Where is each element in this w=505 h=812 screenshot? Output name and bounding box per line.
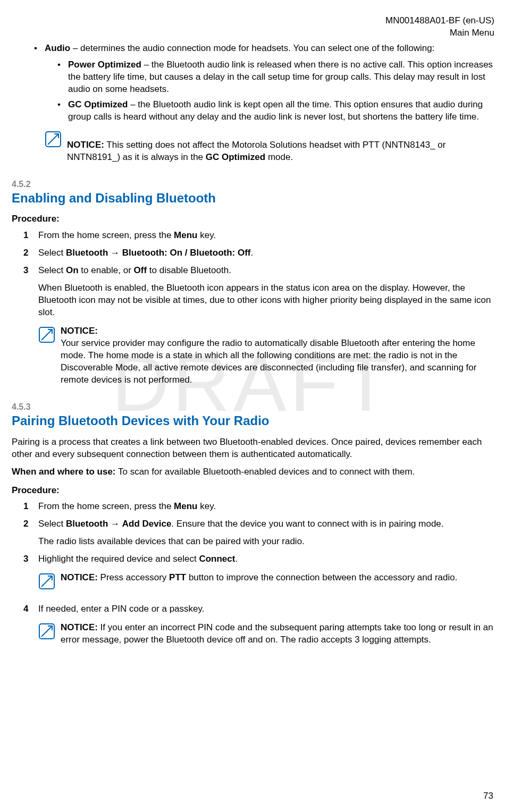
notice-label: NOTICE:: [61, 622, 98, 632]
step-bold: Bluetooth: [66, 248, 108, 258]
step-item: 3 Highlight the required device and sele…: [23, 553, 493, 598]
step-bold: On: [66, 265, 79, 275]
list-item: • GC Optimized – the Bluetooth audio lin…: [57, 99, 493, 123]
step-text: Select: [38, 265, 66, 275]
list-item: • Audio – determines the audio connectio…: [34, 43, 493, 168]
bullet-icon: •: [57, 59, 68, 96]
notice-icon: [45, 130, 67, 164]
bullet-icon: •: [57, 99, 68, 123]
notice-text: button to improve the connection between…: [186, 572, 457, 582]
notice-bold: PTT: [169, 572, 186, 582]
step-text: key.: [198, 230, 216, 240]
step-text: Highlight the required device and select: [38, 554, 199, 564]
notice-icon: [38, 325, 61, 386]
step-text: to disable Bluetooth.: [147, 265, 231, 275]
step-text: →: [108, 519, 122, 529]
step-bold: Connect: [199, 554, 235, 564]
step-subtext: The radio lists available devices that c…: [38, 536, 493, 548]
step-item: 1 From the home screen, press the Menu k…: [23, 501, 493, 513]
step-bold: Menu: [174, 230, 197, 240]
step-text: →: [108, 248, 122, 258]
step-number: 4: [23, 603, 38, 650]
step-text: From the home screen, press the: [38, 501, 174, 511]
procedure-label: Procedure:: [12, 485, 493, 497]
step-number: 1: [23, 230, 38, 242]
step-bold: Bluetooth: [66, 519, 108, 529]
step-item: 3 Select On to enable, or Off to disable…: [23, 265, 493, 390]
step-number: 2: [23, 247, 38, 259]
section-title-453: Pairing Bluetooth Devices with Your Radi…: [12, 412, 493, 429]
notice-block: NOTICE: Press accessory PTT button to im…: [38, 572, 493, 594]
notice-icon: [38, 622, 61, 646]
step-bold: Bluetooth: On / Bluetooth: Off: [122, 248, 251, 258]
page-number: 73: [483, 790, 493, 802]
gc-optimized-text: – the Bluetooth audio link is kept open …: [68, 99, 483, 122]
notice-text: If you enter an incorrect PIN code and t…: [61, 622, 493, 645]
audio-label: Audio: [45, 43, 70, 53]
step-item: 2 Select Bluetooth → Bluetooth: On / Blu…: [23, 247, 493, 259]
step-number: 3: [23, 553, 38, 598]
step-bold: Menu: [174, 501, 197, 511]
step-number: 1: [23, 501, 38, 513]
notice-text-bold: GC Optimized: [206, 152, 265, 162]
notice-text: Press accessory: [98, 572, 169, 582]
step-item: 2 Select Bluetooth → Add Device. Ensure …: [23, 518, 493, 548]
list-item: • Power Optimized – the Bluetooth audio …: [57, 59, 493, 96]
step-number: 2: [23, 518, 38, 548]
step-bold: Add Device: [122, 519, 172, 529]
step-bold: Off: [134, 265, 147, 275]
procedure-label: Procedure:: [12, 213, 493, 225]
audio-text: – determines the audio connection mode f…: [70, 43, 434, 53]
notice-block: NOTICE: If you enter an incorrect PIN co…: [38, 622, 493, 646]
notice-text: Your service provider may configure the …: [61, 337, 493, 386]
when-text: To scan for available Bluetooth-enabled …: [116, 467, 415, 477]
step-number: 3: [23, 265, 38, 390]
step-text: Select: [38, 519, 66, 529]
notice-label: NOTICE:: [61, 572, 98, 582]
notice-icon: [38, 572, 61, 594]
notice-block: NOTICE: Your service provider may config…: [38, 325, 493, 386]
step-text: key.: [198, 501, 216, 511]
step-item: 4 If needed, enter a PIN code or a passk…: [23, 603, 493, 650]
when-label: When and where to use:: [12, 467, 116, 477]
step-text: .: [250, 248, 253, 258]
step-text: Select: [38, 248, 66, 258]
step-item: 1 From the home screen, press the Menu k…: [23, 230, 493, 242]
notice-label: NOTICE:: [67, 140, 104, 150]
section-title-452: Enabling and Disabling Bluetooth: [12, 190, 493, 207]
notice-block: NOTICE: This setting does not affect the…: [45, 130, 493, 164]
section-intro: Pairing is a process that creates a link…: [12, 436, 493, 461]
notice-text-post: mode.: [265, 152, 293, 162]
step-text: .: [235, 554, 238, 564]
step-subtext: When Bluetooth is enabled, the Bluetooth…: [38, 282, 493, 319]
gc-optimized-label: GC Optimized: [68, 99, 128, 109]
step-text: to enable, or: [79, 265, 134, 275]
step-text: . Ensure that the device you want to con…: [171, 519, 443, 529]
step-text: From the home screen, press the: [38, 230, 174, 240]
step-text: If needed, enter a PIN code or a passkey…: [38, 603, 493, 615]
section-number-452: 4.5.2: [12, 179, 493, 190]
bullet-icon: •: [34, 43, 45, 168]
notice-label: NOTICE:: [61, 326, 98, 336]
section-number-453: 4.5.3: [12, 401, 493, 413]
power-optimized-label: Power Optimized: [68, 60, 141, 70]
